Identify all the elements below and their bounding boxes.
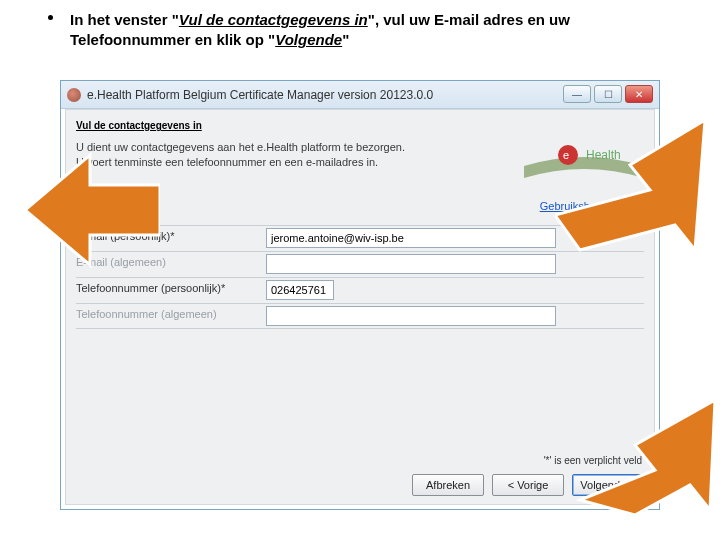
panel-header: Vul de contactgegevens in	[76, 120, 202, 131]
field-label: E-mail (persoonlijk)*	[76, 230, 264, 242]
back-button[interactable]: < Vorige	[492, 474, 564, 496]
minimize-button[interactable]: —	[563, 85, 591, 103]
logo-text: Health	[586, 148, 621, 162]
required-note: '*' is een verplicht veld	[544, 455, 642, 466]
desc-l1: U dient uw contactgegevens aan het e.Hea…	[76, 141, 405, 153]
window-title: e.Health Platform Belgium Certificate Ma…	[87, 88, 433, 102]
form-row: Telefoonnummer (persoonlijk)*	[76, 277, 644, 303]
field-label: Telefoonnummer (persoonlijk)*	[76, 282, 264, 294]
next-button[interactable]: Volgende >	[572, 474, 644, 496]
panel-description: U dient uw contactgegevens aan het e.Hea…	[76, 140, 466, 171]
maximize-button[interactable]: ☐	[594, 85, 622, 103]
cancel-button[interactable]: Afbreken	[412, 474, 484, 496]
form: E-mail (persoonlijk)*E-mail (algemeen)Te…	[76, 225, 644, 329]
field-label: E-mail (algemeen)	[76, 256, 264, 268]
titlebar: e.Health Platform Belgium Certificate Ma…	[61, 81, 659, 109]
form-row: E-mail (algemeen)	[76, 251, 644, 277]
window-controls: — ☐ ✕	[563, 85, 653, 103]
form-row: E-mail (persoonlijk)*	[76, 225, 644, 251]
field-input[interactable]	[266, 306, 556, 326]
field-input[interactable]	[266, 254, 556, 274]
instr-em1: Vul de contactgegevens in	[179, 11, 368, 28]
field-input[interactable]	[266, 280, 334, 300]
instr-em2: Volgende	[275, 31, 342, 48]
form-row: Telefoonnummer (algemeen)	[76, 303, 644, 329]
button-bar: Afbreken < Vorige Volgende >	[412, 474, 644, 496]
field-label: Telefoonnummer (algemeen)	[76, 308, 264, 320]
instruction-text: In het venster "Vul de contactgegevens i…	[70, 10, 690, 51]
bullet-dot	[48, 15, 53, 20]
instr-post: "	[342, 31, 349, 48]
svg-text:e: e	[563, 149, 569, 161]
content-panel: Vul de contactgegevens in U dient uw con…	[65, 109, 655, 505]
instr-pre: In het venster "	[70, 11, 179, 28]
help-link[interactable]: Gebruikshandleiding	[540, 200, 640, 212]
field-input[interactable]	[266, 228, 556, 248]
desc-l2: U voert tenminste een telefoonnummer en …	[76, 156, 378, 168]
app-window: e.Health Platform Belgium Certificate Ma…	[60, 80, 660, 510]
ehealth-logo: e Health	[524, 138, 644, 178]
java-icon	[67, 88, 81, 102]
close-button[interactable]: ✕	[625, 85, 653, 103]
